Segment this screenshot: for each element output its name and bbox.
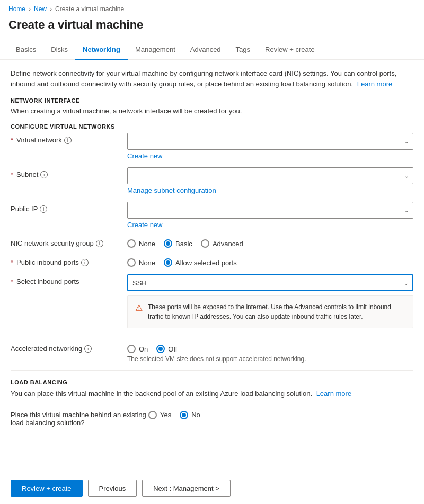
accelerated-networking-note: The selected VM size does not support ac…: [127, 355, 413, 363]
virtual-network-create-new[interactable]: Create new: [127, 152, 413, 160]
virtual-network-row: * Virtual network i ⌄ Create new: [11, 133, 413, 160]
tab-advanced[interactable]: Advanced: [183, 40, 228, 60]
load-balancing-title: LOAD BALANCING: [11, 379, 413, 385]
public-ip-create-new[interactable]: Create new: [127, 221, 413, 229]
tab-management[interactable]: Management: [128, 40, 183, 60]
subnet-label: * Subnet i: [11, 167, 127, 178]
networking-description: Define network connectivity for your vir…: [11, 68, 413, 89]
breadcrumb-new[interactable]: New: [34, 5, 47, 13]
tab-basics[interactable]: Basics: [8, 40, 43, 60]
virtual-network-info-icon[interactable]: i: [64, 137, 72, 144]
chevron-down-icon: ⌄: [404, 139, 409, 145]
public-inbound-ports-label: * Public inbound ports i: [11, 255, 127, 266]
accelerated-off[interactable]: Off: [156, 345, 177, 353]
inbound-none[interactable]: None: [127, 258, 155, 267]
network-interface-desc: When creating a virtual machine, a netwo…: [11, 107, 413, 115]
nic-security-none[interactable]: None: [127, 239, 155, 248]
radio-advanced-circle: [201, 239, 209, 248]
public-ip-control: ⌄ Create new: [127, 202, 413, 229]
public-ip-dropdown[interactable]: ⌄: [127, 202, 413, 219]
public-inbound-ports-control: None Allow selected ports: [127, 255, 413, 267]
virtual-network-dropdown[interactable]: ⌄: [127, 133, 413, 150]
load-balancing-learn-more[interactable]: Learn more: [316, 390, 351, 398]
tab-networking[interactable]: Networking: [75, 40, 128, 60]
accelerated-networking-options: On Off: [127, 341, 413, 353]
lb-yes[interactable]: Yes: [148, 411, 171, 419]
place-behind-lb-row: Place this virtual machine behind an exi…: [11, 408, 413, 427]
breadcrumb: Home › New › Create a virtual machine: [0, 0, 424, 16]
page-footer: Review + create Previous Next : Manageme…: [0, 472, 424, 504]
nic-security-group-options: None Basic Advanced: [127, 236, 413, 248]
breadcrumb-home[interactable]: Home: [8, 5, 25, 13]
main-content: Define network connectivity for your vir…: [0, 60, 424, 472]
nic-security-group-label: NIC network security group i: [11, 236, 127, 247]
page-title: Create a virtual machine: [0, 16, 424, 40]
place-behind-lb-control: Yes No: [148, 408, 413, 419]
select-inbound-ports-control: SSH ⌄ ⚠ These ports will be exposed to t…: [127, 274, 413, 328]
chevron-down-icon: ⌄: [404, 280, 408, 286]
virtual-network-control: ⌄ Create new: [127, 133, 413, 160]
tab-tags[interactable]: Tags: [228, 40, 258, 60]
radio-inbound-none-circle: [127, 258, 136, 267]
radio-inbound-allow-circle: [164, 258, 172, 267]
review-create-button[interactable]: Review + create: [11, 480, 83, 497]
configure-virtual-networks-title: CONFIGURE VIRTUAL NETWORKS: [11, 123, 413, 130]
select-inbound-ports-dropdown[interactable]: SSH ⌄: [127, 274, 413, 291]
select-inbound-ports-label: * Select inbound ports: [11, 274, 127, 285]
subnet-info-icon[interactable]: i: [40, 171, 48, 178]
breadcrumb-current: Create a virtual machine: [55, 5, 124, 13]
tab-bar: Basics Disks Networking Management Advan…: [0, 40, 424, 60]
radio-accel-on-circle: [127, 345, 136, 353]
learn-more-link[interactable]: Learn more: [357, 80, 392, 88]
chevron-down-icon: ⌄: [404, 173, 409, 179]
place-behind-lb-label: Place this virtual machine behind an exi…: [11, 408, 148, 427]
ports-warning-box: ⚠ These ports will be exposed to the int…: [127, 295, 413, 328]
nic-security-group-info-icon[interactable]: i: [96, 240, 103, 247]
public-inbound-info-icon[interactable]: i: [81, 259, 89, 266]
inbound-allow-selected[interactable]: Allow selected ports: [164, 258, 237, 267]
radio-lb-no-circle: [180, 411, 188, 419]
accelerated-on[interactable]: On: [127, 345, 148, 353]
nic-security-advanced[interactable]: Advanced: [201, 239, 243, 248]
accelerated-networking-info-icon[interactable]: i: [84, 345, 92, 353]
radio-lb-yes-circle: [148, 411, 157, 419]
divider-1: [11, 336, 413, 336]
public-inbound-ports-options: None Allow selected ports: [127, 255, 413, 267]
tab-disks[interactable]: Disks: [43, 40, 75, 60]
accelerated-networking-row: Accelerated networking i On Off The sele…: [11, 341, 413, 363]
nic-security-group-control: None Basic Advanced: [127, 236, 413, 248]
place-behind-lb-options: Yes No: [148, 408, 413, 419]
nic-security-group-row: NIC network security group i None Basic: [11, 236, 413, 248]
warning-icon: ⚠: [135, 303, 143, 321]
public-inbound-ports-row: * Public inbound ports i None Allow sele…: [11, 255, 413, 267]
accelerated-networking-control: On Off The selected VM size does not sup…: [127, 341, 413, 363]
select-inbound-ports-value: SSH: [132, 279, 147, 287]
public-ip-label: Public IP i: [11, 202, 127, 213]
tab-review-create[interactable]: Review + create: [258, 40, 322, 60]
accelerated-networking-label: Accelerated networking i: [11, 341, 127, 353]
next-button[interactable]: Next : Management >: [142, 480, 231, 497]
ports-warning-text: These ports will be exposed to the inter…: [148, 302, 405, 321]
chevron-down-icon: ⌄: [404, 208, 409, 213]
public-ip-info-icon[interactable]: i: [40, 205, 47, 213]
nic-security-basic[interactable]: Basic: [164, 239, 192, 248]
lb-no[interactable]: No: [180, 411, 200, 419]
subnet-row: * Subnet i ⌄ Manage subnet configuration: [11, 167, 413, 194]
network-interface-title: NETWORK INTERFACE: [11, 97, 413, 104]
subnet-control: ⌄ Manage subnet configuration: [127, 167, 413, 194]
subnet-dropdown[interactable]: ⌄: [127, 167, 413, 184]
virtual-network-label: * Virtual network i: [11, 133, 127, 144]
manage-subnet-link[interactable]: Manage subnet configuration: [127, 186, 413, 194]
select-inbound-ports-row: * Select inbound ports SSH ⌄ ⚠ These por…: [11, 274, 413, 328]
radio-basic-circle: [164, 239, 172, 248]
divider-2: [11, 370, 413, 371]
radio-accel-off-circle: [156, 345, 165, 353]
previous-button[interactable]: Previous: [88, 480, 137, 497]
radio-none-circle: [127, 239, 136, 248]
load-balancing-description: You can place this virtual machine in th…: [11, 389, 413, 399]
public-ip-row: Public IP i ⌄ Create new: [11, 202, 413, 229]
